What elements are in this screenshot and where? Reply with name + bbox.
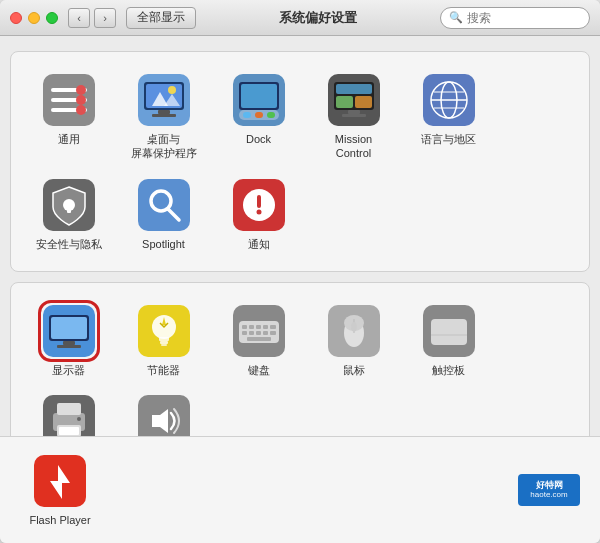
section-hardware: 显示器 [10,282,590,436]
svg-rect-19 [243,112,251,118]
svg-point-6 [76,105,86,115]
svg-rect-37 [67,207,71,213]
svg-rect-62 [242,331,247,335]
mission-control-icon [326,72,382,128]
svg-rect-57 [242,325,247,329]
icon-flash-player[interactable]: Flash Player [15,445,105,535]
icon-desktop[interactable]: 桌面与屏幕保护程序 [116,64,211,169]
forward-button[interactable]: › [94,8,116,28]
keyboard-icon [231,303,287,359]
system-preferences-window: ‹ › 全部显示 系统偏好设置 🔍 [0,0,600,543]
svg-rect-64 [256,331,261,335]
mouse-label: 鼠标 [343,363,365,377]
minimize-button[interactable] [28,12,40,24]
icon-displays[interactable]: 显示器 [21,295,116,385]
security-icon [41,177,97,233]
svg-rect-66 [270,331,276,335]
watermark-container: 好特网 haote.com [518,474,580,506]
svg-rect-67 [247,337,271,341]
spotlight-label: Spotlight [142,237,185,251]
svg-rect-25 [336,96,353,108]
general-label: 通用 [58,132,80,146]
keyboard-label: 键盘 [248,363,270,377]
svg-rect-17 [241,84,277,108]
icon-mission-control[interactable]: MissionControl [306,64,401,169]
icon-trackpad[interactable]: 触控板 [401,295,496,385]
svg-point-72 [351,322,357,332]
svg-point-5 [76,95,86,105]
security-label: 安全性与隐私 [36,237,102,251]
desktop-icon [136,72,192,128]
traffic-lights [10,12,58,24]
general-icon [41,72,97,128]
flash-player-icon [32,453,88,509]
content-area: 通用 [0,36,600,436]
svg-rect-21 [267,112,275,118]
search-icon: 🔍 [449,11,463,24]
section-personal: 通用 [10,51,590,272]
notifications-label: 通知 [248,237,270,251]
svg-rect-58 [249,325,254,329]
dock-label: Dock [246,132,271,146]
svg-rect-27 [348,110,360,114]
icon-printer[interactable]: 打印机与扫描仪 [21,385,116,436]
search-box[interactable]: 🔍 [440,7,590,29]
svg-point-81 [77,417,81,421]
icon-general[interactable]: 通用 [21,64,116,169]
watermark-text1: 好特网 [536,480,563,491]
icon-sound[interactable]: 声音 [116,385,211,436]
svg-rect-80 [59,427,79,435]
svg-rect-38 [138,179,190,231]
printer-icon [41,393,97,436]
hardware-icons-grid: 显示器 [21,295,579,436]
language-icon [421,72,477,128]
personal-icons-grid: 通用 [21,64,579,259]
search-input[interactable] [467,11,581,25]
notifications-icon [231,177,287,233]
titlebar: ‹ › 全部显示 系统偏好设置 🔍 [0,0,600,36]
svg-rect-59 [256,325,261,329]
svg-point-44 [256,209,261,214]
svg-rect-63 [249,331,254,335]
svg-rect-60 [263,325,268,329]
watermark: 好特网 haote.com [518,474,580,506]
svg-rect-78 [57,403,81,415]
svg-rect-24 [336,84,372,94]
bottom-strip: Flash Player 好特网 haote.com [0,436,600,543]
mission-control-label: MissionControl [335,132,372,161]
displays-label: 显示器 [52,363,85,377]
svg-rect-53 [160,341,168,344]
svg-rect-65 [263,331,268,335]
svg-point-4 [76,85,86,95]
desktop-label: 桌面与屏幕保护程序 [131,132,197,161]
show-all-button[interactable]: 全部显示 [126,7,196,29]
svg-rect-43 [257,195,261,208]
icon-dock[interactable]: Dock [211,64,306,169]
icon-security[interactable]: 安全性与隐私 [21,169,116,259]
watermark-text2: haote.com [530,490,567,500]
svg-rect-74 [431,319,467,345]
icon-spotlight[interactable]: Spotlight [116,169,211,259]
svg-rect-14 [152,114,176,117]
svg-rect-48 [63,341,75,345]
svg-rect-52 [159,337,169,341]
icon-notifications[interactable]: 通知 [211,169,306,259]
svg-rect-54 [161,344,167,346]
energy-icon [136,303,192,359]
maximize-button[interactable] [46,12,58,24]
svg-rect-61 [270,325,276,329]
energy-label: 节能器 [147,363,180,377]
icon-energy[interactable]: 节能器 [116,295,211,385]
flash-player-label: Flash Player [29,513,90,527]
icon-language[interactable]: 语言与地区 [401,64,496,169]
mouse-icon [326,303,382,359]
sound-icon [136,393,192,436]
icon-keyboard[interactable]: 键盘 [211,295,306,385]
window-title: 系统偏好设置 [196,9,440,27]
icon-mouse[interactable]: 鼠标 [306,295,401,385]
back-button[interactable]: ‹ [68,8,90,28]
displays-icon [41,303,97,359]
close-button[interactable] [10,12,22,24]
trackpad-label: 触控板 [432,363,465,377]
spotlight-icon [136,177,192,233]
